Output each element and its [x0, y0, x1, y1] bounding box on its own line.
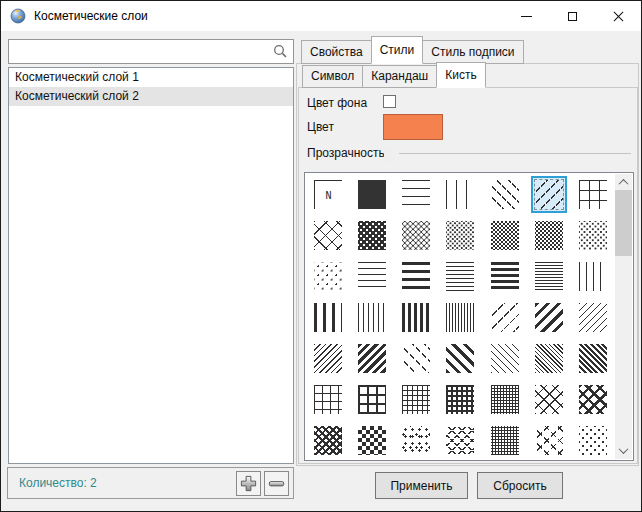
- cosmetic-layers-dialog: Косметические слои Косметический слой 1К…: [0, 0, 642, 512]
- brush-pattern-cell[interactable]: [308, 420, 348, 461]
- search-icon: [273, 44, 288, 59]
- brush-pattern-cell[interactable]: N: [308, 174, 348, 215]
- pattern-swatch-fdiag-dark: [535, 303, 563, 332]
- style-tab-3[interactable]: Кисть: [436, 62, 485, 88]
- brush-pattern-cell[interactable]: [485, 379, 525, 420]
- brush-pattern-cell[interactable]: [352, 256, 392, 297]
- brush-pattern-cell[interactable]: [308, 215, 348, 256]
- tab-2[interactable]: Стили: [371, 36, 424, 64]
- brush-pattern-cell[interactable]: [440, 174, 480, 215]
- tab-1[interactable]: Свойства: [301, 40, 372, 64]
- close-button[interactable]: [595, 1, 641, 31]
- pattern-swatch-dxcross-thick: [579, 385, 607, 414]
- brush-pattern-cell[interactable]: [529, 420, 569, 461]
- pattern-swatch-v-light: [579, 262, 607, 291]
- brush-pattern-cell[interactable]: [396, 420, 436, 461]
- brush-pattern-cell[interactable]: [440, 256, 480, 297]
- chevron-down-icon: [619, 444, 629, 454]
- pattern-grid: N: [306, 174, 615, 459]
- brush-pattern-cell[interactable]: [308, 338, 348, 379]
- brush-pattern-cell[interactable]: [529, 379, 569, 420]
- brush-pattern-cell[interactable]: [485, 338, 525, 379]
- brush-pattern-cell[interactable]: [529, 174, 569, 215]
- brush-pattern-cell[interactable]: [396, 338, 436, 379]
- pattern-swatch-fdiag-heavy: [358, 344, 386, 373]
- brush-pattern-cell[interactable]: [352, 297, 392, 338]
- maximize-icon: [568, 12, 577, 21]
- brush-pattern-cell[interactable]: [352, 379, 392, 420]
- pattern-swatch-zigzag: [535, 426, 563, 455]
- bg-color-label: Цвет фона: [307, 96, 367, 110]
- scroll-up-button[interactable]: [615, 174, 632, 191]
- maximize-button[interactable]: [549, 1, 595, 31]
- brush-pattern-cell[interactable]: [573, 215, 613, 256]
- style-tab-2[interactable]: Карандаш: [363, 65, 437, 88]
- brush-pattern-cell[interactable]: [529, 297, 569, 338]
- brush-pattern-cell[interactable]: [396, 256, 436, 297]
- list-item[interactable]: Косметический слой 1: [9, 68, 293, 87]
- pattern-swatch-v-fine: [446, 303, 474, 332]
- brush-pattern-cell[interactable]: [573, 256, 613, 297]
- brush-pattern-cell[interactable]: [308, 256, 348, 297]
- scroll-down-button[interactable]: [615, 442, 632, 459]
- pattern-swatch-dotgrid: [491, 426, 519, 455]
- remove-layer-button[interactable]: [264, 471, 289, 496]
- tab-3[interactable]: Стиль подписи: [423, 40, 523, 64]
- brush-pattern-cell[interactable]: [485, 297, 525, 338]
- brush-pattern-cell[interactable]: [352, 174, 392, 215]
- brush-pattern-cell[interactable]: [440, 338, 480, 379]
- pattern-swatch-v-narrow: [358, 303, 386, 332]
- brush-pattern-cell[interactable]: [396, 379, 436, 420]
- brush-pattern-cell[interactable]: [573, 420, 613, 461]
- pattern-swatch-dxcross: [535, 385, 563, 414]
- add-layer-button[interactable]: [236, 471, 261, 496]
- brush-pattern-cell[interactable]: [529, 215, 569, 256]
- reset-button[interactable]: Сбросить: [477, 472, 563, 499]
- brush-pattern-cell[interactable]: [396, 297, 436, 338]
- minimize-button[interactable]: [503, 1, 549, 31]
- pattern-swatch-bdiag-dark: [446, 344, 474, 373]
- brush-pattern-cell[interactable]: [440, 420, 480, 461]
- brush-pattern-cell[interactable]: [396, 174, 436, 215]
- brush-pattern-cell[interactable]: [485, 215, 525, 256]
- pattern-swatch-bdiag-dash: [491, 180, 519, 209]
- apply-button[interactable]: Применить: [375, 472, 468, 499]
- brush-pattern-cell[interactable]: [308, 379, 348, 420]
- brush-pattern-cell[interactable]: [573, 174, 613, 215]
- brush-pattern-cell[interactable]: [573, 338, 613, 379]
- brush-pattern-cell[interactable]: [352, 338, 392, 379]
- brush-pattern-cell[interactable]: [573, 297, 613, 338]
- brush-pattern-cell[interactable]: [485, 174, 525, 215]
- brush-pattern-cell[interactable]: [485, 420, 525, 461]
- pattern-swatch-fdiag-dense: [314, 344, 342, 373]
- brush-pattern-cell[interactable]: [485, 256, 525, 297]
- brush-pattern-cell[interactable]: [573, 379, 613, 420]
- brush-pattern-cell[interactable]: [529, 338, 569, 379]
- brush-pattern-cell[interactable]: [440, 297, 480, 338]
- brush-pattern-cell[interactable]: [308, 297, 348, 338]
- pattern-swatch-dcross-outline: [314, 221, 342, 250]
- color-swatch[interactable]: [383, 114, 443, 140]
- globe-icon: [10, 8, 26, 24]
- pattern-swatch-pct50: [491, 221, 519, 250]
- pattern-scrollbar[interactable]: [615, 174, 632, 459]
- brush-pattern-cell[interactable]: [396, 215, 436, 256]
- list-item[interactable]: Косметический слой 2: [9, 87, 293, 106]
- pattern-swatch-cross-big: [579, 180, 607, 209]
- pattern-swatch-none: N: [314, 180, 342, 209]
- opacity-slider-track[interactable]: [399, 153, 631, 154]
- brush-pattern-cell[interactable]: [529, 256, 569, 297]
- pattern-swatch-pct60: [446, 221, 474, 250]
- brush-pattern-cell[interactable]: [352, 215, 392, 256]
- opacity-slider-thumb[interactable]: [384, 145, 395, 162]
- scrollbar-thumb[interactable]: [615, 190, 632, 256]
- color-label: Цвет: [307, 120, 334, 134]
- pattern-swatch-v-dark: [314, 303, 342, 332]
- bg-color-checkbox[interactable]: [383, 95, 396, 108]
- brush-pattern-cell[interactable]: [440, 215, 480, 256]
- brush-pattern-cell[interactable]: [352, 420, 392, 461]
- brush-pattern-cell[interactable]: [440, 379, 480, 420]
- search-input[interactable]: [9, 40, 273, 63]
- style-tab-1[interactable]: Символ: [302, 65, 363, 88]
- pattern-swatch-pct75: [402, 221, 430, 250]
